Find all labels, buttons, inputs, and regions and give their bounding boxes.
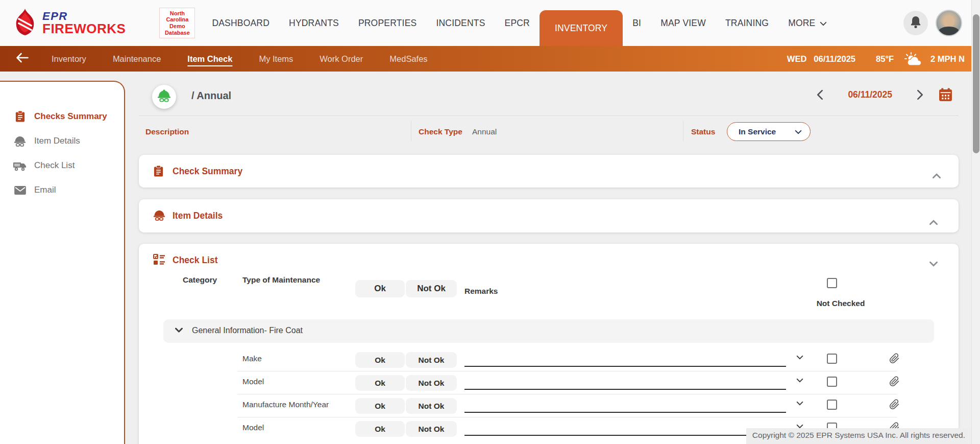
sidebar-label: Item Details [34, 136, 80, 146]
item-details-title: Item Details [173, 211, 223, 221]
row-label: Manufacture Month/Year [242, 400, 329, 409]
ok-button[interactable]: Ok [355, 398, 405, 414]
main-nav: DASHBOARD HYDRANTS PROPERTIES INCIDENTS … [202, 0, 837, 46]
sidebar-item-checks-summary[interactable]: Checks Summary [0, 104, 124, 129]
logo-fireworks: FIREWORKS [42, 22, 126, 36]
weather-day: WED [787, 54, 807, 64]
check-rows: Make Ok Not Ok Model Ok Not [139, 348, 959, 440]
collapse-chevron-up-icon[interactable] [929, 220, 938, 225]
remarks-chevron-down-icon[interactable] [796, 401, 803, 406]
sidebar-item-check-list[interactable]: Check List [0, 153, 124, 178]
logo-epr: EPR [42, 10, 126, 22]
check-row-manufacture: Manufacture Month/Year Ok Not Ok [139, 394, 959, 417]
clipboard-icon [153, 165, 164, 177]
demo-database-badge: North Carolina Demo Database [159, 8, 195, 39]
vertical-scrollbar [971, 0, 980, 444]
not-checked-checkbox[interactable] [827, 377, 837, 387]
copyright-bar: Copyright © 2025 EPR Systems USA Inc. Al… [746, 428, 971, 444]
subnav-item-check[interactable]: Item Check [187, 54, 232, 64]
column-header-category: Category [183, 275, 217, 285]
flame-logo-icon [12, 8, 38, 38]
paperclip-icon[interactable] [889, 353, 900, 364]
not-ok-button[interactable]: Not Ok [406, 421, 457, 437]
bell-icon [910, 15, 922, 31]
calendar-icon[interactable] [939, 88, 952, 102]
weather-wind: 2 MPH N [930, 54, 965, 64]
subnav-work-order[interactable]: Work Order [320, 54, 363, 64]
page-content: Checks Summary Item Details [0, 72, 980, 444]
nav-map-view[interactable]: MAP VIEW [651, 0, 716, 46]
notifications-button[interactable] [903, 11, 928, 35]
nav-dashboard[interactable]: DASHBOARD [202, 0, 279, 46]
not-checked-label: Not Checked [802, 299, 879, 308]
status-value: In Service [739, 127, 776, 136]
remarks-input[interactable] [464, 400, 786, 413]
not-checked-checkbox[interactable] [827, 354, 837, 364]
previous-date-button[interactable] [817, 89, 823, 100]
next-date-button[interactable] [917, 89, 923, 100]
subnav-medsafes[interactable]: MedSafes [389, 54, 427, 64]
not-ok-button[interactable]: Not Ok [406, 398, 457, 414]
app-logo[interactable]: EPR FIREWORKS [12, 8, 126, 38]
nav-epcr[interactable]: EPCR [495, 0, 540, 46]
ok-button[interactable]: Ok [355, 421, 405, 437]
not-ok-button[interactable]: Not Ok [406, 375, 457, 391]
sidebar-item-item-details[interactable]: Item Details [0, 129, 124, 153]
left-sidebar: Checks Summary Item Details [0, 81, 125, 444]
back-arrow-icon [15, 52, 29, 65]
nav-hydrants[interactable]: HYDRANTS [279, 0, 349, 46]
sidebar-item-email[interactable]: Email [0, 178, 124, 202]
check-type-value: Annual [472, 127, 497, 136]
subnav-inventory[interactable]: Inventory [52, 54, 86, 64]
not-ok-all-button[interactable]: Not Ok [406, 280, 457, 297]
nav-incidents[interactable]: INCIDENTS [426, 0, 495, 46]
sidebar-label: Checks Summary [34, 111, 107, 122]
item-type-badge [152, 85, 176, 109]
back-button[interactable] [15, 52, 29, 65]
check-row-model: Model Ok Not Ok [139, 371, 959, 394]
nav-bi[interactable]: BI [623, 0, 651, 46]
not-ok-button[interactable]: Not Ok [406, 352, 457, 368]
expand-chevron-down-icon[interactable] [929, 261, 938, 267]
chevron-down-icon [820, 18, 827, 29]
category-group-row[interactable]: General Information- Fire Coat [163, 319, 934, 343]
remarks-input[interactable] [464, 377, 786, 390]
subnav-maintenance[interactable]: Maintenance [113, 54, 161, 64]
weather-temperature: 85°F [876, 54, 894, 64]
row-label: Model [242, 377, 264, 386]
paperclip-icon[interactable] [889, 399, 900, 410]
remarks-input[interactable] [464, 423, 786, 436]
not-checked-checkbox[interactable] [827, 400, 837, 410]
header-right [903, 10, 962, 36]
ok-all-button[interactable]: Ok [355, 280, 405, 297]
current-date: 06/11/2025 [848, 89, 892, 100]
nav-training[interactable]: TRAINING [716, 0, 778, 46]
column-header-type: Type of Maintenance [242, 275, 320, 285]
group-chevron-down-icon[interactable] [175, 328, 183, 333]
paperclip-icon[interactable] [889, 376, 900, 387]
fire-truck-icon [13, 160, 27, 171]
breadcrumb: / Annual [191, 90, 231, 102]
weather-widget: WED 06/11/2025 85°F 2 MPH N [787, 52, 965, 66]
fire-helmet-icon [153, 209, 165, 221]
chevron-down-icon [795, 127, 802, 136]
breadcrumb-row: / Annual 06/11/2025 [139, 72, 959, 115]
user-avatar[interactable] [936, 10, 962, 36]
sidebar-label: Check List [34, 160, 75, 171]
nav-more[interactable]: MORE [778, 0, 837, 46]
remarks-chevron-down-icon[interactable] [796, 355, 803, 360]
column-header-remarks: Remarks [464, 287, 498, 296]
ok-button[interactable]: Ok [355, 375, 405, 391]
not-checked-all-checkbox[interactable] [827, 278, 837, 288]
scrollbar-thumb[interactable] [973, 14, 979, 153]
remarks-chevron-down-icon[interactable] [796, 378, 803, 383]
subnav-my-items[interactable]: My Items [259, 54, 293, 64]
status-select[interactable]: In Service [727, 122, 811, 141]
collapse-chevron-up-icon[interactable] [932, 173, 941, 179]
ok-button[interactable]: Ok [355, 352, 405, 368]
remarks-input[interactable] [464, 354, 786, 367]
date-navigator: 06/11/2025 [817, 88, 952, 102]
nav-properties[interactable]: PROPERTIES [349, 0, 427, 46]
subnav-items: Inventory Maintenance Item Check My Item… [52, 54, 428, 64]
nav-inventory[interactable]: INVENTORY [540, 10, 623, 46]
